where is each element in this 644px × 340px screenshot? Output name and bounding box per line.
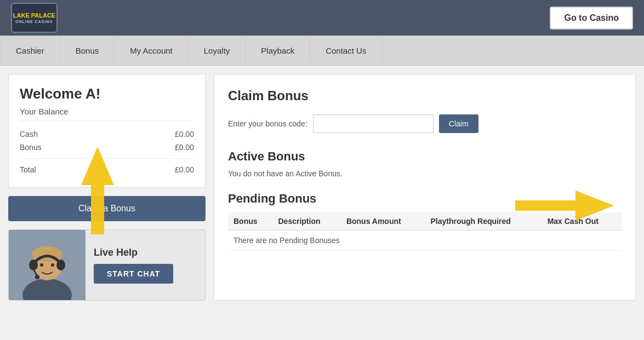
col-max-cash-out: Max Cash Out bbox=[542, 212, 622, 230]
active-bonus-title: Active Bonus bbox=[228, 149, 622, 164]
right-panel: Claim Bonus Enter your bonus code: Claim… bbox=[214, 74, 636, 301]
balance-row-cash: Cash £0.00 bbox=[20, 128, 194, 141]
claim-bonus-title: Claim Bonus bbox=[228, 88, 622, 103]
live-help-title: Live Help bbox=[94, 247, 197, 258]
col-bonus-amount: Bonus Amount bbox=[341, 212, 425, 230]
bonus-value: £0.00 bbox=[175, 143, 194, 152]
live-help-image bbox=[9, 229, 86, 301]
table-row: There are no Pending Bonuses bbox=[228, 230, 622, 251]
live-help-box: Live Help START CHAT bbox=[8, 229, 206, 301]
logo-box: LAKE PALACE ONLINE CASINO bbox=[11, 3, 58, 33]
balance-row-bonus: Bonus £0.00 bbox=[20, 141, 194, 154]
go-to-casino-button[interactable]: Go to Casino bbox=[550, 7, 633, 30]
sidebar-item-bonus[interactable]: Bonus bbox=[60, 36, 115, 65]
logo-subtitle: ONLINE CASINO bbox=[15, 19, 53, 24]
left-panel: Welcome A! Your Balance Cash £0.00 Bonus… bbox=[8, 74, 206, 301]
pending-bonus-table: Bonus Description Bonus Amount Playthrou… bbox=[228, 212, 622, 251]
col-playthrough: Playthrough Required bbox=[425, 212, 542, 230]
sidebar-item-playback[interactable]: Playback bbox=[246, 36, 310, 65]
svg-point-11 bbox=[51, 263, 54, 267]
welcome-title: Welcome A! bbox=[20, 85, 194, 102]
claim-button[interactable]: Claim bbox=[439, 114, 478, 133]
svg-point-9 bbox=[35, 275, 39, 279]
no-active-message: You do not have an Active Bonus. bbox=[228, 169, 622, 178]
main-nav: Cashier Bonus My Account Loyalty Playbac… bbox=[0, 36, 644, 66]
sidebar-item-contact-us[interactable]: Contact Us bbox=[310, 36, 382, 65]
header: LAKE PALACE ONLINE CASINO Go to Casino bbox=[0, 0, 644, 36]
sidebar-item-cashier[interactable]: Cashier bbox=[0, 36, 60, 65]
bonus-code-row: Enter your bonus code: Claim bbox=[228, 114, 622, 133]
total-row: Total £0.00 bbox=[20, 163, 194, 176]
table-header-row: Bonus Description Bonus Amount Playthrou… bbox=[228, 212, 622, 230]
sidebar-item-my-account[interactable]: My Account bbox=[115, 36, 189, 65]
svg-point-10 bbox=[40, 263, 43, 267]
cash-value: £0.00 bbox=[175, 130, 194, 139]
total-value: £0.00 bbox=[175, 165, 194, 174]
welcome-box: Welcome A! Your Balance Cash £0.00 Bonus… bbox=[8, 74, 206, 188]
total-label: Total bbox=[20, 165, 36, 174]
bonus-code-input[interactable] bbox=[313, 114, 434, 133]
bonus-code-label: Enter your bonus code: bbox=[228, 119, 307, 128]
logo-title: LAKE PALACE bbox=[13, 11, 55, 19]
live-help-content: Live Help START CHAT bbox=[86, 241, 205, 289]
claim-bonus-button[interactable]: Claim a Bonus bbox=[8, 196, 206, 221]
balance-divider bbox=[20, 158, 194, 159]
col-description: Description bbox=[272, 212, 340, 230]
no-pending-message: There are no Pending Bonuses bbox=[228, 230, 622, 251]
start-chat-button[interactable]: START CHAT bbox=[94, 264, 173, 284]
cash-label: Cash bbox=[20, 130, 38, 139]
logo: LAKE PALACE ONLINE CASINO bbox=[11, 3, 58, 33]
svg-point-6 bbox=[29, 260, 38, 270]
main-content: Welcome A! Your Balance Cash £0.00 Bonus… bbox=[0, 66, 644, 309]
svg-point-7 bbox=[56, 260, 65, 270]
balance-title: Your Balance bbox=[20, 107, 194, 121]
pending-bonus-title: Pending Bonus bbox=[228, 192, 622, 206]
bonus-label: Bonus bbox=[20, 143, 42, 152]
col-bonus: Bonus bbox=[228, 212, 272, 230]
sidebar-item-loyalty[interactable]: Loyalty bbox=[189, 36, 246, 65]
